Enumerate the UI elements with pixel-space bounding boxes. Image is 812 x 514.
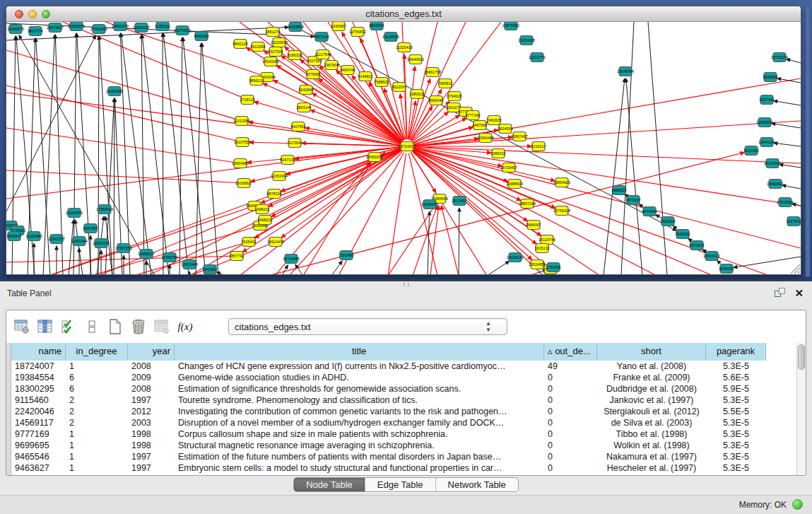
graph-node[interactable]: 12756832 — [349, 28, 366, 37]
graph-node[interactable]: 7625402 — [242, 238, 257, 247]
graph-edge[interactable] — [414, 137, 512, 146]
graph-edge[interactable] — [626, 78, 642, 274]
column-header-year[interactable]: year — [128, 343, 175, 361]
graph-node[interactable]: 16154838 — [518, 36, 535, 45]
table-row[interactable]: 1456911722003Disruption of a novel membe… — [11, 417, 796, 428]
graph-node[interactable]: 9146821 — [358, 72, 373, 81]
graph-node[interactable]: 8186328 — [288, 51, 302, 60]
graph-edge[interactable] — [772, 124, 801, 128]
panel-splitter-handle[interactable] — [404, 283, 409, 286]
graph-node[interactable]: 8660128 — [233, 40, 248, 49]
graph-node[interactable]: 9242845 — [299, 86, 314, 95]
graph-node[interactable]: 2935114 — [661, 217, 676, 226]
graph-edge[interactable] — [487, 261, 510, 274]
graph-node[interactable]: 16107553 — [234, 138, 251, 147]
table-row[interactable]: 977716911998Corpus callosum shape and si… — [11, 428, 796, 440]
graph-node[interactable]: 9684067 — [526, 221, 541, 230]
graph-node[interactable]: 5498222 — [258, 216, 273, 225]
graph-edge[interactable] — [105, 98, 114, 274]
graph-node[interactable]: 7955812 — [438, 79, 453, 88]
graph-node[interactable]: 8988923 — [612, 186, 627, 195]
table-row[interactable]: 1872400712008Changes of HCN gene express… — [11, 361, 796, 372]
graph-edge[interactable] — [782, 185, 801, 189]
graph-node[interactable]: 8215953 — [744, 146, 759, 156]
graph-node[interactable]: 9327508 — [269, 47, 283, 57]
graph-node[interactable]: 12505135 — [93, 239, 110, 248]
graph-node[interactable]: 15218506 — [382, 33, 399, 42]
graph-node[interactable]: 1753426 — [546, 263, 561, 272]
graph-node[interactable]: 16782759 — [161, 253, 178, 262]
graph-node[interactable]: 18807249 — [519, 199, 536, 209]
graph-node[interactable]: 11325419 — [396, 43, 413, 52]
graph-node[interactable]: 9097587 — [83, 224, 98, 233]
select-all-icon[interactable] — [60, 317, 77, 336]
graph-node[interactable]: 17957253 — [115, 244, 132, 253]
graph-node[interactable]: 16120746 — [539, 235, 555, 245]
graph-node[interactable]: 16648784 — [617, 67, 634, 76]
graph-edge[interactable] — [148, 149, 401, 274]
graph-edge[interactable] — [414, 148, 801, 248]
column-header-pagerank[interactable]: pagerank — [706, 343, 766, 361]
zoom-traffic-light-icon[interactable] — [42, 10, 50, 18]
graph-edge[interactable] — [180, 37, 182, 274]
tab-node-table[interactable]: Node Table — [294, 478, 365, 491]
graph-node[interactable]: 16720407 — [500, 163, 517, 173]
network-canvas[interactable]: 1872400786601285912954132260589327508165… — [6, 22, 801, 274]
graph-node[interactable]: 14136141 — [507, 253, 524, 262]
graph-node[interactable]: 10953297 — [133, 23, 150, 33]
combobox-stepper-icon[interactable]: ▲▼ — [486, 320, 491, 333]
float-window-icon[interactable] — [775, 288, 786, 298]
graph-node[interactable]: 12923448 — [181, 260, 198, 269]
graph-node[interactable]: 8878334 — [267, 189, 282, 199]
graph-edge[interactable] — [142, 35, 169, 274]
graph-node[interactable]: 9857791 — [230, 252, 245, 261]
graph-edge[interactable] — [91, 228, 253, 274]
graph-edge[interactable] — [413, 205, 437, 274]
graph-edge[interactable] — [114, 98, 114, 274]
table-row[interactable]: 1938455462009Genome-wide association stu… — [11, 372, 796, 383]
close-traffic-light-icon[interactable] — [15, 10, 23, 18]
column-header-short[interactable]: short — [597, 343, 706, 361]
graph-node[interactable]: 21359075 — [68, 22, 85, 31]
graph-node[interactable]: 1982615 — [410, 90, 425, 99]
graph-node[interactable]: 7857224 — [314, 33, 329, 42]
graph-edge[interactable] — [163, 33, 163, 274]
graph-node[interactable]: 12444154 — [758, 138, 775, 147]
graph-node[interactable]: 7588520 — [375, 78, 389, 87]
graph-edge[interactable] — [412, 151, 543, 274]
graph-node[interactable]: 1861274 — [266, 28, 281, 37]
graph-node[interactable]: 18300295 — [366, 153, 383, 162]
graph-node[interactable]: 917004 — [288, 139, 301, 148]
graph-node[interactable]: 12093832 — [756, 118, 773, 127]
graph-edge[interactable] — [779, 164, 801, 168]
column-header-out_de[interactable]: ▵ out_de... — [544, 343, 597, 361]
graph-node[interactable]: 2718129 — [240, 95, 255, 105]
graph-node[interactable]: 11217546 — [314, 50, 331, 59]
graph-node[interactable]: 12342757 — [48, 235, 65, 244]
graph-node[interactable]: 9245052 — [203, 265, 218, 274]
graph-node[interactable]: 16053809 — [287, 23, 304, 32]
graph-node[interactable]: 6794028 — [447, 92, 462, 101]
graph-node[interactable]: 10756328 — [553, 206, 570, 216]
graph-edge[interactable] — [414, 148, 555, 180]
graph-edge[interactable] — [428, 211, 430, 274]
table-vertical-scrollbar[interactable] — [796, 343, 806, 475]
graph-node[interactable]: 9806774 — [28, 27, 43, 36]
graph-node[interactable]: 10654122 — [703, 252, 720, 261]
graph-node[interactable]: 15184478 — [421, 200, 438, 209]
graph-edge[interactable] — [63, 22, 241, 97]
graph-node[interactable]: 6497568 — [473, 121, 488, 130]
graph-node[interactable]: 21053346 — [106, 87, 123, 96]
function-builder-icon[interactable]: f(x) — [177, 317, 194, 336]
graph-node[interactable]: 1167533 — [787, 217, 801, 226]
minimize-traffic-light-icon[interactable] — [28, 10, 37, 18]
graph-node[interactable]: 18724007 — [399, 142, 416, 151]
network-window[interactable]: citations_edges.txt 18724007866012859129… — [6, 6, 801, 275]
graph-node[interactable]: 9777169 — [466, 111, 481, 120]
graph-node[interactable]: 8267130 — [281, 156, 295, 165]
scrollbar-thumb[interactable] — [798, 344, 805, 370]
graph-node[interactable]: 16958107 — [138, 250, 155, 259]
graph-node[interactable]: 19565370 — [112, 22, 129, 31]
graph-node[interactable]: 20876682 — [502, 22, 519, 30]
graph-edge[interactable] — [6, 147, 400, 199]
